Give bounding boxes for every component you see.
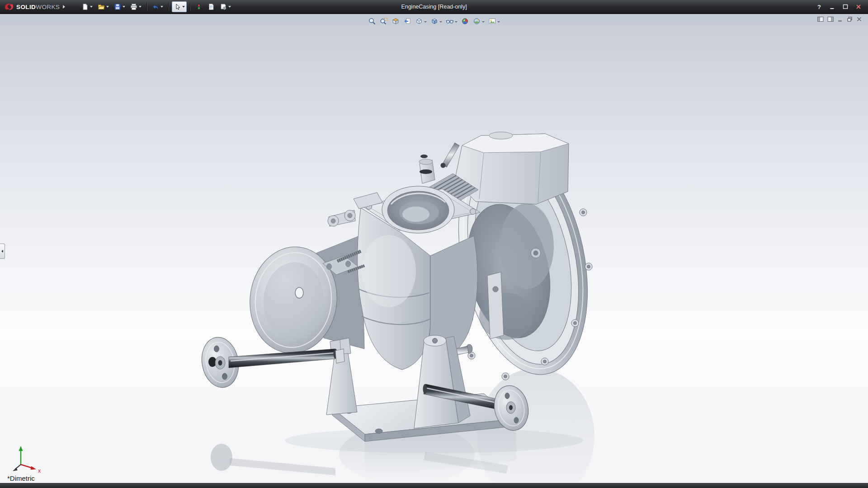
headsup-view-toolbar [367, 17, 501, 26]
print-icon [130, 3, 137, 10]
apply-scene-icon [473, 17, 481, 25]
open-folder-icon [98, 3, 105, 10]
view-orientation-label: *Dimetric [7, 474, 35, 482]
document-title: EngineCasing [Read-only] [401, 4, 467, 10]
brand-text: SOLIDWORKS [16, 4, 60, 10]
viewport[interactable]: x *Dimetric [0, 14, 868, 483]
new-caret-icon [90, 6, 93, 8]
pane-toggle-left-button[interactable] [817, 16, 824, 22]
toolbar-separator [146, 3, 147, 11]
open-button[interactable] [96, 1, 111, 12]
display-style-button[interactable] [429, 17, 443, 26]
minimize-button[interactable] [827, 3, 837, 11]
print-button[interactable] [128, 1, 143, 12]
file-properties-icon [208, 3, 215, 10]
window-controls: ? [814, 3, 868, 11]
new-document-icon [81, 3, 89, 10]
toolbar-separator [168, 3, 169, 11]
x-axis-label: x [38, 468, 41, 474]
undo-button[interactable] [150, 1, 165, 12]
minimize-icon [829, 4, 835, 10]
featuremanager-collapsed-tab[interactable] [0, 244, 5, 259]
maximize-icon [842, 4, 849, 10]
engine-casing-model[interactable] [0, 14, 868, 483]
options-icon [220, 3, 227, 10]
collapse-arrow-icon [1, 250, 3, 253]
section-view-button[interactable] [391, 17, 401, 26]
close-doc-button[interactable] [856, 16, 862, 22]
save-icon [114, 3, 121, 10]
save-caret-icon [123, 6, 125, 8]
file-properties-button[interactable] [206, 1, 217, 12]
brand-caret-icon[interactable] [63, 5, 65, 9]
select-caret-icon [182, 6, 185, 8]
close-button[interactable] [854, 3, 863, 11]
solidworks-logo[interactable]: SOLIDWORKS [0, 0, 70, 14]
y-axis-arrow-icon [19, 446, 23, 451]
edit-appearance-button[interactable] [460, 17, 470, 26]
main-toolbar [80, 0, 233, 14]
view-orientation-caret-icon [424, 21, 427, 23]
new-button[interactable] [80, 1, 94, 12]
zoom-to-fit-button[interactable] [367, 17, 377, 26]
edit-appearance-icon [461, 17, 469, 25]
minimize-doc-button[interactable] [837, 16, 843, 22]
close-icon [855, 4, 862, 10]
view-settings-icon [488, 17, 496, 25]
view-orientation-icon [415, 17, 423, 25]
brand-solid: SOLID [16, 4, 36, 10]
apply-scene-caret-icon [482, 21, 485, 23]
hide-show-items-icon [446, 17, 454, 25]
close-doc-icon [856, 16, 862, 22]
rebuild-icon [195, 3, 203, 10]
undo-icon [152, 3, 159, 10]
view-settings-button[interactable] [487, 17, 501, 26]
pane-toggle-right-button[interactable] [827, 16, 834, 22]
zoom-to-area-button[interactable] [379, 17, 389, 26]
toolbar-separator [190, 3, 190, 11]
view-orientation-button[interactable] [414, 17, 428, 26]
select-button[interactable] [172, 1, 187, 12]
undo-caret-icon [160, 6, 163, 8]
view-settings-caret-icon [497, 21, 500, 23]
print-caret-icon [139, 6, 142, 8]
open-caret-icon [106, 6, 109, 8]
display-style-icon [430, 17, 439, 25]
restore-doc-button[interactable] [847, 16, 853, 22]
select-cursor-icon [174, 3, 181, 10]
hide-show-caret-icon [455, 21, 458, 23]
display-style-caret-icon [439, 21, 442, 23]
minimize-doc-icon [837, 16, 843, 22]
pane-toggle-right-icon [827, 16, 834, 22]
pane-toggle-left-icon [817, 16, 824, 22]
help-button[interactable]: ? [814, 3, 824, 11]
apply-scene-button[interactable] [472, 17, 486, 26]
restore-doc-icon [847, 16, 853, 22]
reference-triad: x [10, 443, 45, 475]
section-view-icon [392, 17, 400, 25]
maximize-button[interactable] [840, 3, 850, 11]
previous-view-icon [403, 17, 411, 25]
titlebar[interactable]: SOLIDWORKS [0, 0, 868, 14]
document-window-controls [817, 16, 862, 22]
rebuild-button[interactable] [193, 1, 204, 12]
options-button[interactable] [218, 1, 233, 12]
zoom-to-fit-icon [368, 17, 376, 25]
previous-view-button[interactable] [402, 17, 412, 26]
options-caret-icon [228, 6, 231, 8]
ds-logo-icon [4, 3, 14, 11]
status-bar [0, 483, 868, 488]
brand-works: WORKS [36, 4, 60, 10]
save-button[interactable] [112, 1, 127, 12]
x-axis-arrow-icon [31, 466, 37, 470]
hide-show-items-button[interactable] [445, 17, 458, 26]
zoom-to-area-icon [380, 17, 388, 25]
